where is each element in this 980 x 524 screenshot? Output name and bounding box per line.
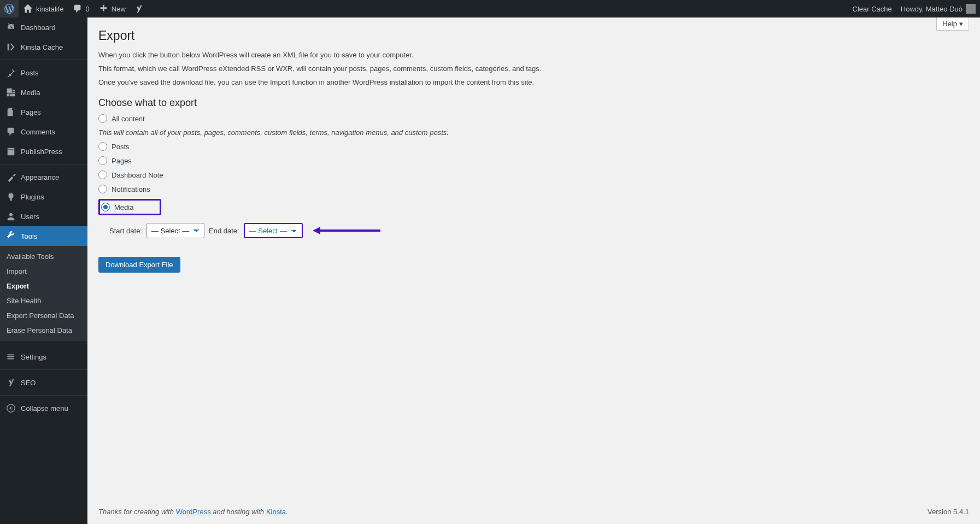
sidebar-item-media[interactable]: Media bbox=[0, 83, 87, 102]
radio-row-all: All content bbox=[98, 114, 969, 123]
comments-icon bbox=[5, 126, 16, 137]
sidebar-item-appearance[interactable]: Appearance bbox=[0, 167, 87, 187]
version-text: Version 5.4.1 bbox=[928, 508, 969, 516]
radio-posts[interactable] bbox=[98, 142, 107, 151]
plugins-icon bbox=[5, 191, 16, 202]
sidebar-label: Plugins bbox=[21, 193, 44, 201]
sidebar-label: Posts bbox=[21, 69, 39, 77]
sidebar-label: PublishPress bbox=[21, 148, 62, 156]
wordpress-icon bbox=[4, 4, 14, 14]
sidebar-item-kinsta[interactable]: Kinsta Cache bbox=[0, 37, 87, 57]
dashboard-icon bbox=[5, 22, 16, 33]
radio-all-content[interactable] bbox=[98, 114, 107, 123]
radio-media[interactable] bbox=[101, 203, 110, 211]
tools-submenu: Available Tools Import Export Site Healt… bbox=[0, 246, 87, 341]
sidebar-label: Collapse menu bbox=[21, 404, 68, 413]
submenu-export[interactable]: Export bbox=[0, 279, 87, 293]
site-menu[interactable]: kinstalife bbox=[19, 0, 68, 17]
comments-menu[interactable]: 0 bbox=[68, 0, 94, 17]
sidebar-item-settings[interactable]: Settings bbox=[0, 347, 87, 367]
wordpress-link[interactable]: WordPress bbox=[176, 508, 211, 516]
start-date-label: Start date: bbox=[109, 227, 142, 235]
sidebar-item-plugins[interactable]: Plugins bbox=[0, 187, 87, 207]
radio-row-notifications: Notifications bbox=[98, 185, 969, 193]
sidebar-item-posts[interactable]: Posts bbox=[0, 63, 87, 83]
radio-dashboard-note[interactable] bbox=[98, 170, 107, 179]
sidebar-label: Settings bbox=[21, 353, 46, 361]
kinsta-icon bbox=[5, 42, 16, 52]
sidebar-item-users[interactable]: Users bbox=[0, 207, 87, 226]
arrow-head-icon bbox=[313, 227, 320, 234]
sidebar-item-comments[interactable]: Comments bbox=[0, 122, 87, 142]
date-filters: Start date: — Select — End date: — Selec… bbox=[109, 223, 969, 238]
help-tab[interactable]: Help ▾ bbox=[936, 17, 969, 31]
footer-thanks: Thanks for creating with WordPress and h… bbox=[98, 508, 288, 516]
download-export-button[interactable]: Download Export File bbox=[98, 257, 180, 273]
start-date-select[interactable]: — Select — bbox=[146, 223, 204, 238]
radio-row-media: Media bbox=[101, 203, 133, 211]
all-content-desc: This will contain all of your posts, pag… bbox=[98, 128, 969, 137]
admin-bar: kinstalife 0 New Clear Cache Howdy, Matt… bbox=[0, 0, 980, 17]
sidebar-item-collapse[interactable]: Collapse menu bbox=[0, 398, 87, 418]
account-menu[interactable]: Howdy, Matteo Duò bbox=[896, 0, 980, 17]
submenu-erase-personal-data[interactable]: Erase Personal Data bbox=[0, 323, 87, 338]
kinsta-link[interactable]: Kinsta bbox=[266, 508, 286, 516]
wp-logo-menu[interactable] bbox=[0, 0, 19, 17]
radio-row-dashboard-note: Dashboard Note bbox=[98, 170, 969, 179]
sidebar-label: Users bbox=[21, 213, 39, 221]
home-icon bbox=[23, 4, 33, 14]
sidebar-label: Appearance bbox=[21, 173, 59, 181]
main-content: Help ▾ Export When you click the button … bbox=[87, 17, 980, 524]
intro-text-3: Once you've saved the download file, you… bbox=[98, 78, 969, 86]
sidebar-item-pages[interactable]: Pages bbox=[0, 102, 87, 122]
radio-label-all[interactable]: All content bbox=[112, 115, 145, 123]
new-menu[interactable]: New bbox=[94, 0, 130, 17]
admin-sidebar: Dashboard Kinsta Cache Posts Media Pages… bbox=[0, 17, 87, 524]
submenu-import[interactable]: Import bbox=[0, 264, 87, 279]
yoast-menu[interactable] bbox=[130, 0, 148, 17]
submenu-available-tools[interactable]: Available Tools bbox=[0, 249, 87, 264]
intro-text-1: When you click the button below WordPres… bbox=[98, 51, 969, 59]
clear-cache-button[interactable]: Clear Cache bbox=[848, 0, 896, 17]
settings-icon bbox=[5, 351, 16, 362]
appearance-icon bbox=[5, 172, 16, 182]
avatar bbox=[966, 4, 976, 14]
radio-label-dashboard-note[interactable]: Dashboard Note bbox=[112, 171, 163, 179]
end-date-select[interactable]: — Select — bbox=[244, 223, 303, 238]
sidebar-item-tools[interactable]: Tools bbox=[0, 226, 87, 246]
howdy-text: Howdy, Matteo Duò bbox=[901, 5, 963, 13]
site-name: kinstalife bbox=[36, 5, 64, 13]
sidebar-item-publishpress[interactable]: PublishPress bbox=[0, 142, 87, 161]
radio-row-pages: Pages bbox=[98, 156, 969, 165]
radio-label-posts[interactable]: Posts bbox=[112, 143, 130, 151]
intro-text-2: This format, which we call WordPress eXt… bbox=[98, 64, 969, 73]
sidebar-label: SEO bbox=[21, 379, 36, 387]
radio-pages[interactable] bbox=[98, 156, 107, 165]
pin-icon bbox=[5, 67, 16, 78]
sidebar-label: Comments bbox=[21, 128, 55, 136]
end-date-label: End date: bbox=[209, 227, 239, 235]
sidebar-label: Kinsta Cache bbox=[21, 43, 63, 51]
admin-footer: Thanks for creating with WordPress and h… bbox=[98, 499, 969, 524]
radio-notifications[interactable] bbox=[98, 185, 107, 193]
sidebar-label: Media bbox=[21, 89, 40, 97]
radio-label-pages[interactable]: Pages bbox=[112, 157, 132, 165]
sidebar-label: Tools bbox=[21, 232, 37, 240]
annotation-arrow bbox=[313, 227, 380, 234]
submenu-site-health[interactable]: Site Health bbox=[0, 293, 87, 308]
annotation-highlight-media: Media bbox=[98, 199, 161, 215]
radio-label-notifications[interactable]: Notifications bbox=[112, 185, 150, 193]
page-title: Export bbox=[98, 28, 969, 43]
media-icon bbox=[5, 87, 16, 98]
comments-count: 0 bbox=[86, 5, 90, 13]
choose-heading: Choose what to export bbox=[98, 97, 969, 109]
submenu-export-personal-data[interactable]: Export Personal Data bbox=[0, 308, 87, 323]
yoast-icon bbox=[134, 4, 143, 13]
radio-label-media[interactable]: Media bbox=[114, 203, 133, 211]
sidebar-item-seo[interactable]: SEO bbox=[0, 373, 87, 392]
calendar-icon bbox=[5, 146, 16, 157]
users-icon bbox=[5, 211, 16, 222]
collapse-icon bbox=[5, 403, 16, 414]
sidebar-item-dashboard[interactable]: Dashboard bbox=[0, 17, 87, 37]
sidebar-label: Dashboard bbox=[21, 23, 56, 32]
